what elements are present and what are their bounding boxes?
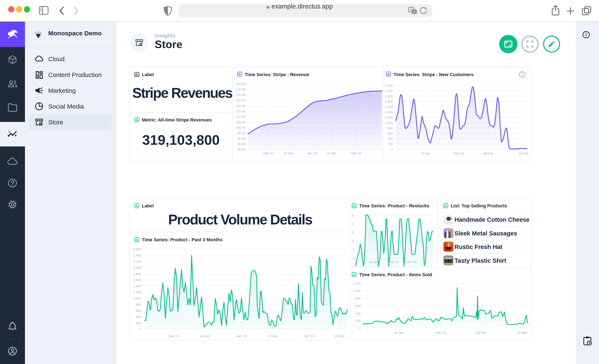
svg-text:1,000: 1,000 [353,289,361,293]
svg-text:24 Jan: 24 Jan [394,331,404,335]
svg-text:15 Feb: 15 Feb [335,334,344,338]
svg-text:1,600: 1,600 [133,278,141,282]
svg-text:15 Jan: 15 Jan [268,334,277,338]
svg-text:08 Feb: 08 Feb [483,152,493,155]
svg-text:24 Jan: 24 Jan [369,260,378,264]
svg-text:1,200: 1,200 [385,116,393,119]
svg-text:15 Jan: 15 Jan [327,151,336,155]
svg-text:90.0K: 90.0K [237,137,246,140]
svg-text:Feb ’22: Feb ’22 [303,334,314,338]
svg-text:125.0K: 125.0K [236,98,246,102]
svg-text:1,000: 1,000 [133,297,141,300]
svg-text:200: 200 [355,319,361,322]
svg-text:105.0K: 105.0K [236,120,246,124]
svg-text:800: 800 [355,297,361,300]
svg-text:200: 200 [136,321,141,325]
svg-text:120.0K: 120.0K [236,104,246,107]
svg-text:15 Dec: 15 Dec [283,151,293,155]
svg-text:Jan ’22: Jan ’22 [236,334,247,338]
svg-text:24 Jan: 24 Jan [421,152,430,155]
svg-text:1,000: 1,000 [385,121,393,124]
svg-text:2,000: 2,000 [133,266,141,269]
svg-text:110.0K: 110.0K [236,115,246,118]
svg-text:130.0K: 130.0K [236,93,246,97]
svg-text:Feb ’22: Feb ’22 [453,152,464,155]
svg-text:文: 文 [413,10,416,14]
svg-text:1,800: 1,800 [385,100,393,103]
svg-text:2,400: 2,400 [133,254,141,257]
svg-text:Feb ’22: Feb ’22 [436,331,446,335]
svg-text:2: 2 [352,256,354,260]
svg-text:08 Feb: 08 Feb [407,260,417,264]
svg-text:200: 200 [388,142,393,146]
svg-text:1: 1 [352,265,354,267]
svg-text:400: 400 [388,137,393,140]
svg-text:1,800: 1,800 [133,272,141,275]
svg-text:2,200: 2,200 [385,89,393,93]
svg-text:600: 600 [388,132,393,135]
svg-text:Jan ’22: Jan ’22 [307,151,317,155]
svg-text:400: 400 [355,311,361,315]
svg-text:2,000: 2,000 [385,94,393,98]
svg-text:600: 600 [136,309,141,312]
svg-text:2,400: 2,400 [385,84,393,87]
svg-text:135.0K: 135.0K [236,88,246,91]
svg-text:2,200: 2,200 [133,260,141,263]
svg-text:0: 0 [139,327,141,331]
svg-text:0: 0 [391,147,393,151]
svg-text:1,200: 1,200 [353,282,361,285]
svg-text:Dec ’21: Dec ’21 [263,151,274,155]
svg-text:100.0K: 100.0K [236,126,246,129]
svg-text:Feb ’22: Feb ’22 [388,260,399,264]
svg-text:1,400: 1,400 [385,110,393,114]
svg-text:1,400: 1,400 [133,284,141,288]
svg-text:0: 0 [359,326,361,330]
svg-text:600: 600 [355,304,361,308]
svg-text:16 Feb: 16 Feb [517,331,527,335]
svg-text:4: 4 [352,239,354,243]
svg-text:Dec ’21: Dec ’21 [169,334,180,338]
svg-text:95.0K: 95.0K [237,131,246,135]
svg-text:800: 800 [136,303,141,306]
svg-text:1,200: 1,200 [133,290,141,294]
svg-text:85.0K: 85.0K [237,142,246,146]
svg-text:115.0K: 115.0K [236,109,246,113]
svg-text:140.0K: 140.0K [236,82,246,86]
svg-text:16 Feb: 16 Feb [519,152,529,155]
svg-text:5: 5 [352,231,354,234]
svg-text:2,600: 2,600 [133,247,141,251]
svg-text:1,600: 1,600 [385,105,393,109]
svg-text:400: 400 [136,315,141,319]
svg-text:3: 3 [352,248,354,251]
svg-text:80.0K: 80.0K [237,148,246,151]
svg-text:800: 800 [388,126,393,130]
svg-text:08 Feb: 08 Feb [476,331,486,335]
svg-text:Feb ’22: Feb ’22 [351,151,361,155]
svg-text:5: 5 [352,222,354,226]
svg-text:15 Dec: 15 Dec [200,334,210,338]
svg-text:6: 6 [352,213,354,217]
